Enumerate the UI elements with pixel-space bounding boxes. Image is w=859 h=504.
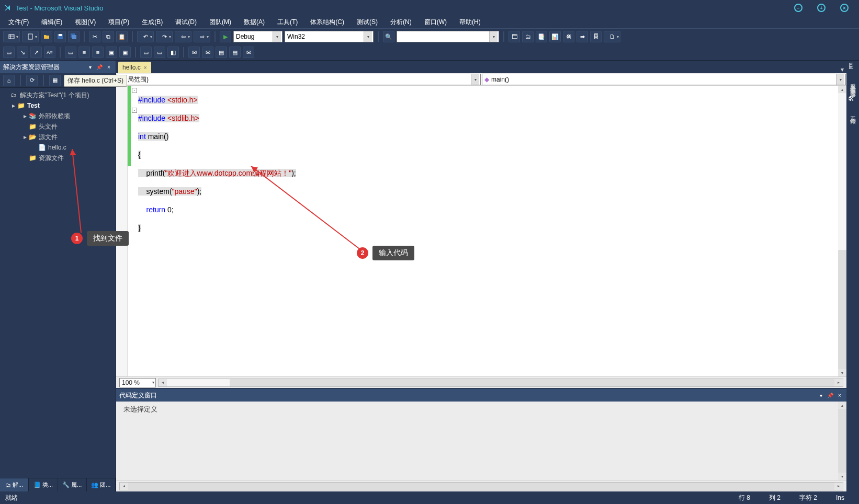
sidebar-tab-solution[interactable]: 🗂解... xyxy=(0,478,29,491)
nav-back-button[interactable]: ⇦ xyxy=(175,31,191,42)
scroll-up-icon[interactable]: ▴ xyxy=(838,402,846,409)
pin-icon[interactable]: 📌 xyxy=(96,63,103,71)
tb-btn-h[interactable]: 🗋 xyxy=(604,31,620,42)
tree-project[interactable]: ▸📁Test xyxy=(1,100,115,111)
panel-close-icon[interactable]: × xyxy=(836,392,843,399)
outline-collapse-2[interactable]: - xyxy=(132,108,137,113)
menu-tools[interactable]: 工具(T) xyxy=(272,17,303,28)
tb-btn-b[interactable]: 🗂 xyxy=(522,31,534,42)
scroll-thumb-h[interactable] xyxy=(167,379,230,386)
scroll-up-icon[interactable]: ▴ xyxy=(838,86,846,93)
minimize-button[interactable]: − xyxy=(794,4,803,12)
tab-list-dropdown[interactable]: ▾ xyxy=(838,66,846,73)
bottom-scroll-h[interactable]: ◂ ▸ xyxy=(119,482,843,490)
tb2-o[interactable]: ▤ xyxy=(216,47,227,58)
menu-window[interactable]: 窗口(W) xyxy=(419,17,452,28)
bottom-scroll-v[interactable]: ▴ ▾ xyxy=(838,402,846,480)
paste-button[interactable]: 📋 xyxy=(116,31,128,42)
menu-debug[interactable]: 调试(D) xyxy=(170,17,202,28)
tb2-k[interactable]: ▭ xyxy=(154,47,165,58)
save-all-button[interactable] xyxy=(68,31,80,42)
copy-button[interactable]: ⧉ xyxy=(103,31,114,42)
tb2-b[interactable]: ↘ xyxy=(17,47,28,58)
menu-test[interactable]: 测试(S) xyxy=(352,17,383,28)
tb2-p[interactable]: ▤ xyxy=(229,47,241,58)
menu-edit[interactable]: 编辑(E) xyxy=(36,17,67,28)
member-combo[interactable]: ◆main()▾ xyxy=(482,74,846,85)
tb-btn-g[interactable]: 🗄 xyxy=(590,31,602,42)
tree-sources[interactable]: ▸📂源文件 xyxy=(1,132,115,142)
show-all-button[interactable]: ▦ xyxy=(49,75,61,86)
tree-solution[interactable]: 🗂解决方案"Test"(1 个项目) xyxy=(1,90,115,100)
tb-btn-f[interactable]: ➡ xyxy=(577,31,588,42)
cut-button[interactable]: ✂ xyxy=(89,31,100,42)
panel-dropdown-icon[interactable]: ▾ xyxy=(817,392,824,399)
tb2-n[interactable]: ✉ xyxy=(202,47,213,58)
scroll-left-icon[interactable]: ◂ xyxy=(159,379,167,386)
zoom-combo[interactable]: 100 % xyxy=(119,378,156,387)
refresh-button[interactable]: ⟳ xyxy=(26,75,38,86)
menu-help[interactable]: 帮助(H) xyxy=(454,17,486,28)
menu-file[interactable]: 文件(F) xyxy=(3,17,34,28)
find-combo[interactable]: ▾ xyxy=(397,31,499,42)
menu-arch[interactable]: 体系结构(C) xyxy=(305,17,349,28)
panel-dropdown-icon[interactable]: ▾ xyxy=(86,63,94,71)
editor-tab-hello[interactable]: hello.c× xyxy=(118,62,151,73)
scroll-down-icon[interactable]: ▾ xyxy=(838,369,846,376)
menu-data[interactable]: 数据(A) xyxy=(239,17,270,28)
pin-icon[interactable]: 📌 xyxy=(827,392,834,399)
tb-btn-d[interactable]: 📊 xyxy=(549,31,561,42)
tree-resources[interactable]: 📁资源文件 xyxy=(1,153,115,163)
menu-analyze[interactable]: 分析(N) xyxy=(385,17,417,28)
tb-btn-e[interactable]: 🛠 xyxy=(563,31,574,42)
menu-build[interactable]: 生成(B) xyxy=(137,17,168,28)
code-editor[interactable]: - - #include <stdio.h> #include <stdlib.… xyxy=(116,86,846,376)
tb2-a[interactable]: ▭ xyxy=(3,47,15,58)
tab-close-icon[interactable]: × xyxy=(144,65,147,71)
redo-button[interactable]: ↷ xyxy=(156,31,173,42)
config-combo[interactable]: Debug▾ xyxy=(233,31,282,42)
tb2-g[interactable]: ≡ xyxy=(92,47,104,58)
menu-project[interactable]: 项目(P) xyxy=(103,17,134,28)
tb2-e[interactable]: ▭ xyxy=(65,47,76,58)
toolbox-icon[interactable]: 🛠 xyxy=(848,95,857,105)
open-button[interactable] xyxy=(41,31,52,42)
server-explorer-icon[interactable]: 🗄 xyxy=(848,63,857,72)
tb2-j[interactable]: ▭ xyxy=(140,47,152,58)
sidebar-tab-class[interactable]: 📘类... xyxy=(29,478,58,491)
scroll-down-icon[interactable]: ▾ xyxy=(838,473,846,480)
tb2-f[interactable]: ≡ xyxy=(78,47,90,58)
scroll-thumb-v[interactable] xyxy=(838,93,846,250)
outline-collapse-1[interactable]: - xyxy=(132,88,137,93)
find-in-files-button[interactable]: 🔍 xyxy=(383,31,394,42)
tb-btn-a[interactable]: 🗔 xyxy=(508,31,520,42)
tree-hello-file[interactable]: 📄hello.c xyxy=(1,142,115,153)
tb2-m[interactable]: ✉ xyxy=(188,47,200,58)
editor-scroll-h[interactable]: ◂ ▸ xyxy=(158,379,843,387)
tree-headers[interactable]: 📁头文件 xyxy=(1,121,115,132)
editor-scroll-v[interactable]: ▴ ▾ xyxy=(838,86,846,376)
platform-combo[interactable]: Win32▾ xyxy=(285,31,374,42)
save-button[interactable] xyxy=(54,31,66,42)
toolbox-tab[interactable]: 工具箱 xyxy=(848,109,858,118)
sidebar-tab-team[interactable]: 👥团... xyxy=(87,478,116,491)
tb-btn-c[interactable]: 📑 xyxy=(536,31,547,42)
tb2-l[interactable]: ◧ xyxy=(167,47,179,58)
menu-view[interactable]: 视图(V) xyxy=(70,17,101,28)
nav-fwd-button[interactable]: ⇨ xyxy=(194,31,210,42)
scroll-right-icon[interactable]: ▸ xyxy=(834,379,843,386)
panel-close-icon[interactable]: × xyxy=(105,63,112,71)
start-button[interactable]: ▶ xyxy=(220,31,231,42)
server-explorer-tab[interactable]: 服务器资源管理器 xyxy=(848,76,858,91)
menu-team[interactable]: 团队(M) xyxy=(204,17,236,28)
tree-ext-deps[interactable]: ▸📚外部依赖项 xyxy=(1,111,115,121)
tb2-i[interactable]: ▣ xyxy=(119,47,131,58)
undo-button[interactable]: ↶ xyxy=(137,31,154,42)
scope-combo[interactable]: (全局范围)▾ xyxy=(117,74,481,85)
maximize-button[interactable]: + xyxy=(817,4,826,12)
tb2-q[interactable]: ✉ xyxy=(243,47,254,58)
new-project-button[interactable] xyxy=(3,31,20,42)
sidebar-tab-props[interactable]: 🔧属... xyxy=(58,478,87,491)
tb2-c[interactable]: ↗ xyxy=(30,47,42,58)
close-button[interactable]: × xyxy=(840,4,849,12)
